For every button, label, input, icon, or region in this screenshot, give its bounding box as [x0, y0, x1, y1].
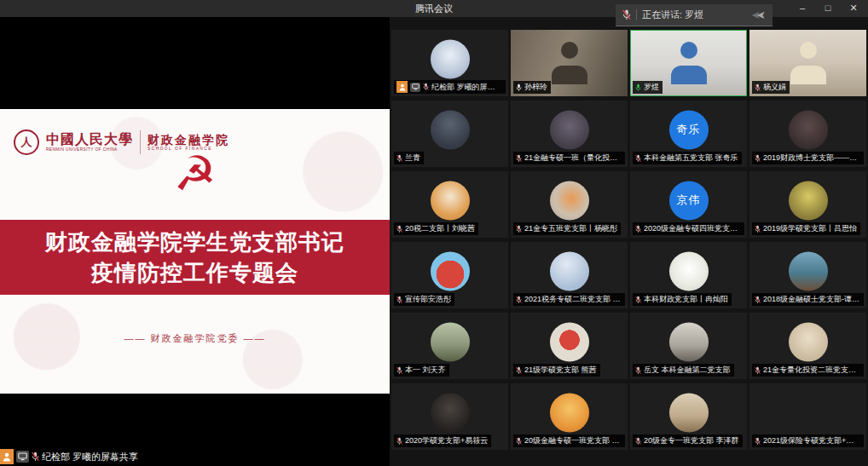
participant-tile[interactable]: 纪检部 罗曦的屏幕共享: [391, 30, 508, 96]
mic-icon: [635, 437, 641, 446]
participant-tile[interactable]: 孙梓玲: [511, 30, 628, 96]
participant-label: 21金专量化投资二班党支部+…: [752, 364, 864, 377]
participant-tile[interactable]: 2018级金融硕士党支部-谭雨艺: [749, 242, 866, 308]
slide-title-line2: 疫情防控工作专题会: [91, 258, 298, 288]
participant-tile[interactable]: 兰青: [391, 101, 508, 167]
overlay-divider: [636, 9, 637, 20]
participant-name: 本一 刘天齐: [405, 365, 446, 376]
participant-name: 2019财政博士党支部——徐雨彤: [763, 152, 860, 164]
screen-share-pane[interactable]: 人 中國人民大學 RENMIN UNIVERSITY OF CHINA 财政金融…: [0, 17, 390, 466]
muted-mic-icon: [622, 9, 631, 20]
participant-label: 20税二支部丨刘晓茜: [394, 222, 478, 235]
participant-tile[interactable]: 21金融专硕一班（量化投资）…: [511, 101, 628, 167]
participant-avatar: 奇乐: [669, 110, 709, 149]
maximize-button[interactable]: □: [815, 0, 841, 17]
participant-label: 2021税务专硕二班党支部 赵斌…: [513, 293, 625, 306]
mic-icon: [755, 296, 761, 304]
university-seal-icon: 人: [14, 129, 39, 155]
participant-name: 21级学硕党支部 熊茜: [524, 365, 597, 376]
mic-icon: [635, 83, 641, 92]
participant-avatar: [550, 322, 589, 361]
participant-label: 岳文 本科金融第二党支部: [633, 364, 734, 377]
cursor-icon: ➤: [756, 9, 766, 20]
participant-name: 20税二支部丨刘晓茜: [405, 223, 475, 234]
participant-name: 宣传部安浩彤: [405, 294, 451, 305]
participant-label: 孙梓玲: [513, 81, 551, 94]
participant-tile[interactable]: 罗煜: [630, 30, 747, 96]
participant-name: 2018级金融硕士党支部-谭雨艺: [763, 294, 860, 305]
participant-tile[interactable]: 杨义娟: [749, 30, 866, 96]
participant-avatar: [431, 322, 470, 361]
participant-tile[interactable]: 奇乐 本科金融第五党支部 张奇乐: [630, 101, 747, 167]
mic-icon: [635, 296, 641, 304]
mic-icon: [635, 154, 641, 163]
shared-slide: 人 中國人民大學 RENMIN UNIVERSITY OF CHINA 财政金融…: [0, 109, 390, 394]
mic-icon: [396, 296, 402, 304]
participant-avatar: [431, 393, 470, 432]
participant-name: 纪检部 罗曦的屏幕共享: [431, 82, 502, 93]
participant-avatar: [789, 251, 828, 291]
participant-name: 本科财政党支部丨冉灿阳: [644, 294, 728, 305]
mic-icon: [516, 366, 522, 375]
participant-name: 2019级学硕党支部丨吕思怡: [763, 223, 857, 234]
participant-avatar: [550, 110, 589, 149]
participant-tile[interactable]: 2020学硕党支部+易筱云: [391, 383, 508, 450]
meeting-window: 腾讯会议 – □ ✕ 正在讲话: 罗煜 ➤ ➤ 人: [0, 0, 868, 466]
close-button[interactable]: ✕: [841, 0, 866, 17]
participant-tile[interactable]: 岳文 本科金融第二党支部: [630, 313, 747, 379]
participant-avatar: [789, 181, 828, 220]
participant-tile[interactable]: 2021税务专硕二班党支部 赵斌…: [511, 242, 628, 308]
slide-footer: —— 财政金融学院党委 ——: [0, 332, 390, 345]
participant-tile[interactable]: 21金专五班党支部丨杨晓彤: [511, 171, 628, 238]
participant-avatar: [789, 393, 828, 432]
mic-icon: [755, 154, 761, 163]
participant-name: 孙梓玲: [524, 82, 547, 93]
participant-avatar: [669, 322, 709, 361]
mic-icon: [755, 437, 761, 446]
participant-label: 纪检部 罗曦的屏幕共享: [394, 80, 506, 94]
participant-tile[interactable]: 宣传部安浩彤: [391, 242, 508, 308]
muted-mic-icon: [32, 452, 39, 462]
participant-name: 20级金融专硕一班党支部 竺…: [524, 435, 622, 446]
participant-avatar: [431, 181, 470, 220]
participant-name: 20级金专一班党支部 李泽群: [644, 435, 739, 446]
window-title: 腾讯会议: [415, 3, 453, 15]
mic-icon: [423, 83, 429, 91]
participant-label: 本一 刘天齐: [394, 364, 449, 377]
minimize-button[interactable]: –: [790, 0, 815, 17]
participant-tile[interactable]: 21级学硕党支部 熊茜: [511, 313, 628, 379]
participant-avatar: [431, 251, 470, 291]
participant-name: 2020级金融专硕四班党支部 卫…: [644, 223, 741, 234]
window-controls: – □ ✕: [790, 0, 866, 17]
participant-name: 2021税务专硕二班党支部 赵斌…: [524, 294, 622, 305]
university-name-en: RENMIN UNIVERSITY OF CHINA: [46, 147, 133, 152]
participant-name: 兰青: [405, 152, 420, 164]
participant-avatar: [669, 251, 709, 291]
participant-tile[interactable]: 20税二支部丨刘晓茜: [391, 171, 508, 238]
participant-label: 杨义娟: [752, 81, 790, 94]
mic-icon: [396, 366, 402, 375]
participant-tile[interactable]: 21金专量化投资二班党支部+…: [749, 313, 866, 379]
participant-tile[interactable]: 2019级学硕党支部丨吕思怡: [749, 171, 866, 238]
participant-avatar: [431, 110, 470, 149]
participant-tile[interactable]: 京伟 2020级金融专硕四班党支部 卫…: [630, 171, 747, 238]
screen-share-name-label: 纪检部 罗曦的屏幕共享: [0, 449, 145, 464]
participant-avatar: [669, 393, 709, 432]
participant-tile[interactable]: 2019财政博士党支部——徐雨彤: [749, 101, 866, 167]
participant-name: 杨义娟: [763, 82, 786, 93]
participant-tile[interactable]: 本科财政党支部丨冉灿阳: [630, 242, 747, 308]
speaking-indicator-overlay[interactable]: 正在讲话: 罗煜 ➤ ➤: [616, 4, 773, 26]
participant-label: 2020级金融专硕四班党支部 卫…: [633, 222, 744, 235]
participant-tile[interactable]: 20级金专一班党支部 李泽群: [630, 383, 747, 450]
participant-label: 2019级学硕党支部丨吕思怡: [752, 222, 860, 235]
mic-icon: [755, 83, 761, 92]
screen-share-name-text: 纪检部 罗曦的屏幕共享: [42, 451, 138, 463]
participant-name: 罗煜: [644, 82, 659, 93]
participant-name: 21金专五班党支部丨杨晓彤: [524, 223, 617, 234]
participant-tile[interactable]: 本一 刘天齐: [391, 313, 508, 379]
participant-tile[interactable]: 20级金融专硕一班党支部 竺…: [511, 383, 628, 450]
mic-icon: [516, 154, 522, 163]
school-name-cn: 财政金融学院: [148, 134, 229, 147]
participant-tile[interactable]: 2021级保险专硕党支部+邵小美: [749, 383, 866, 450]
mic-icon: [516, 83, 522, 92]
